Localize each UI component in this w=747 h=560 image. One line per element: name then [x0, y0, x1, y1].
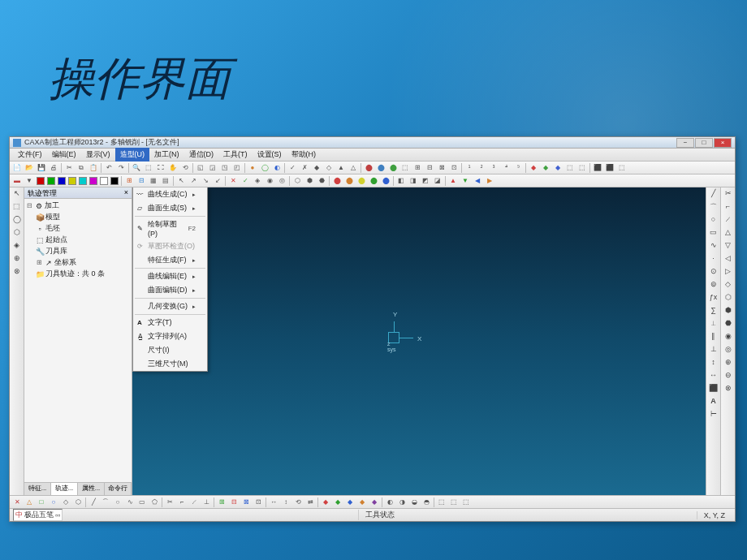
tool-icon[interactable]: ⊕ [11, 254, 23, 265]
tool-icon[interactable]: ✓ [287, 162, 298, 174]
tool-icon[interactable]: ⟋ [188, 497, 200, 508]
tool-icon[interactable]: ⊞ [123, 175, 135, 187]
tool-icon[interactable]: ⬤ [368, 175, 379, 187]
tool-icon[interactable]: ⬡ [11, 228, 23, 239]
tool-icon[interactable]: ⊡ [448, 162, 460, 174]
color-green-icon[interactable] [47, 177, 55, 185]
color-white-icon[interactable] [100, 177, 108, 185]
tab-feature[interactable]: 特征... [24, 483, 51, 495]
wire-icon[interactable]: ◯ [259, 162, 270, 174]
tool-icon[interactable]: ⬛ [708, 384, 719, 395]
menu-text-array[interactable]: A̲ 文字排列(A) [133, 330, 207, 343]
tool-icon[interactable]: ✂ [164, 497, 175, 508]
tool-icon[interactable]: ƒx [708, 293, 719, 304]
tool-icon[interactable]: ⬢ [304, 175, 315, 187]
dim-icon[interactable]: ⊢ [708, 410, 719, 421]
line-icon[interactable]: ╱ [708, 189, 719, 200]
tool-icon[interactable]: ◓ [421, 497, 432, 508]
tool-icon[interactable]: ▭ [136, 497, 148, 508]
tool-icon[interactable]: ⊗ [723, 384, 734, 395]
tool-icon[interactable]: ⬚ [460, 497, 472, 508]
tool-icon[interactable]: ↗ [188, 175, 199, 187]
tool-icon[interactable]: ◆ [528, 162, 539, 174]
tool-icon[interactable]: ↘ [200, 175, 211, 187]
tool-icon[interactable]: ⬚ [616, 162, 628, 174]
rect-icon[interactable]: ▭ [708, 228, 719, 239]
menu-sketch[interactable]: ✎ 绘制草图(P) F2 [133, 218, 207, 239]
paste-icon[interactable]: 📋 [88, 162, 99, 174]
tool-icon[interactable]: ⊕ [723, 358, 734, 369]
tool-icon[interactable]: ▲ [447, 175, 459, 187]
color-red-icon[interactable] [37, 177, 45, 185]
tool-icon[interactable]: ⬤ [375, 162, 386, 174]
tool-icon[interactable]: ↕ [708, 358, 719, 369]
pan-icon[interactable]: ✋ [167, 162, 179, 174]
new-icon[interactable]: 📄 [11, 162, 23, 174]
menu-curve-gen[interactable]: 〰 曲线生成(C) ▸ [133, 187, 207, 201]
tool-icon[interactable]: ▼ [24, 175, 35, 187]
tab-command[interactable]: 命令行 [105, 483, 132, 495]
tool-icon[interactable]: ⬡ [723, 293, 734, 304]
tool-icon[interactable]: ╱ [88, 497, 99, 508]
tool-icon[interactable]: ◈ [11, 241, 23, 252]
color-cyan-icon[interactable] [79, 177, 87, 185]
tool-icon[interactable]: ⊥ [708, 345, 719, 356]
zoom-fit-icon[interactable]: ⛶ [155, 162, 166, 174]
tool-icon[interactable]: ○ [48, 497, 59, 508]
tool-icon[interactable]: ◨ [408, 175, 419, 187]
tool-icon[interactable]: ◒ [408, 497, 420, 508]
tool-icon[interactable]: ⊥ [201, 497, 212, 508]
tool-icon[interactable]: ▦ [148, 175, 159, 187]
tool-icon[interactable]: ⊠ [240, 497, 252, 508]
tool-icon[interactable]: ⊟ [136, 175, 147, 187]
undo-icon[interactable]: ↶ [103, 162, 114, 174]
circle-icon[interactable]: ○ [708, 215, 719, 226]
tree-item-toollib[interactable]: 🔧 刀具库 [26, 246, 130, 257]
tool-icon[interactable]: ⬡ [72, 497, 84, 508]
tool-icon[interactable]: ◆ [369, 497, 380, 508]
sidebar-close-icon[interactable]: × [124, 188, 128, 197]
canvas-3d[interactable]: 〰 曲线生成(C) ▸ ▱ 曲面生成(S) ▸ ✎ 绘制草图(P) F2 ⟳ [132, 187, 706, 495]
tool-icon[interactable]: ◆ [344, 497, 356, 508]
tool-icon[interactable]: ⬤ [343, 175, 355, 187]
tool-icon[interactable]: ◆ [540, 162, 551, 174]
tool-icon[interactable]: ¹ [464, 162, 475, 174]
tool-icon[interactable]: ⬤ [331, 175, 343, 187]
tool-icon[interactable]: ◆ [320, 497, 331, 508]
tool-icon[interactable]: ⬡ [291, 175, 303, 187]
print-icon[interactable]: 🖨 [48, 162, 59, 174]
tool-icon[interactable]: ◁ [723, 254, 734, 265]
tool-icon[interactable]: ⊡ [253, 497, 264, 508]
menu-dimension[interactable]: 尺寸(I) [133, 343, 207, 357]
tool-icon[interactable]: ⬛ [604, 162, 615, 174]
tool-icon[interactable]: ⊞ [216, 497, 227, 508]
tool-icon[interactable]: ⬠ [149, 497, 160, 508]
view-icon[interactable]: ◱ [195, 162, 206, 174]
tool-icon[interactable]: ◉ [723, 332, 734, 343]
tool-icon[interactable]: ⊠ [436, 162, 447, 174]
collapse-icon[interactable]: ⊟ [26, 202, 33, 209]
redo-icon[interactable]: ↷ [115, 162, 127, 174]
tool-icon[interactable]: ⊟ [228, 497, 240, 508]
tree-item-toolpath[interactable]: 📁 刀具轨迹：共 0 条 [26, 269, 130, 280]
tool-icon[interactable]: ⟲ [292, 497, 304, 508]
color-magenta-icon[interactable] [89, 177, 97, 185]
tool-icon[interactable]: ◆ [552, 162, 563, 174]
tool-icon[interactable]: ⊗ [11, 267, 23, 278]
ime-indicator[interactable]: 中 极品五笔 ▫▫ [13, 509, 63, 521]
tool-icon[interactable]: ⬛ [592, 162, 603, 174]
tool-icon[interactable]: △ [24, 497, 35, 508]
tool-icon[interactable]: ◧ [395, 175, 407, 187]
tool-icon[interactable]: ▼ [460, 175, 471, 187]
tool-icon[interactable]: ▲ [335, 162, 347, 174]
tool-icon[interactable]: ◇ [60, 497, 71, 508]
tab-property[interactable]: 属性... [78, 483, 105, 495]
copy-icon[interactable]: ⧉ [76, 162, 87, 174]
tool-icon[interactable]: ◪ [432, 175, 443, 187]
tool-icon[interactable]: ◎ [276, 175, 287, 187]
tool-icon[interactable]: ⟂ [708, 319, 719, 330]
tool-icon[interactable]: ⊙ [708, 267, 719, 278]
tool-icon[interactable]: ⬤ [380, 175, 391, 187]
tree-item-model[interactable]: 📦 模型 [26, 212, 130, 223]
menu-machining[interactable]: 加工(N) [149, 148, 184, 162]
